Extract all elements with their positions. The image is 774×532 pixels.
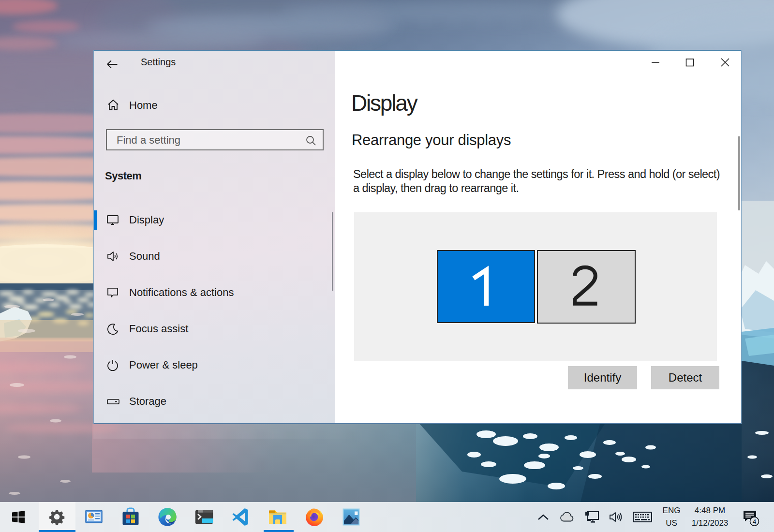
svg-text:4: 4 [753, 518, 756, 525]
